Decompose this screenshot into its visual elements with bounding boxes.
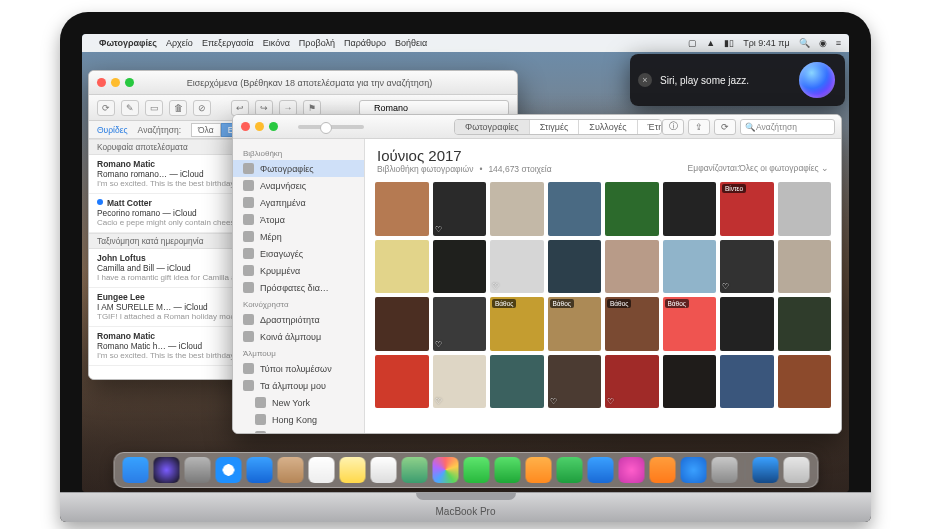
photos-titlebar[interactable]: Φωτογραφίες Στιγμές Συλλογές Έτη ⓘ ⇪ ⟳ 🔍… [233,115,841,139]
photo-thumbnail[interactable] [663,240,717,294]
photo-thumbnail[interactable]: Βάθος [548,297,602,351]
photo-thumbnail[interactable]: ♡ [548,355,602,409]
photo-thumbnail[interactable]: Βάθος [490,297,544,351]
dock-app-launchpad[interactable] [184,457,210,483]
sidebar-item[interactable]: Αναμνήσεις [233,177,364,194]
photo-thumbnail[interactable]: ♡ [433,355,487,409]
junk-button[interactable]: ⊘ [193,100,211,116]
spotlight-icon[interactable]: 🔍 [799,38,810,48]
dock-app-facetime[interactable] [494,457,520,483]
siri-menubar-icon[interactable]: ◉ [819,38,827,48]
dock-app-messages[interactable] [463,457,489,483]
photo-thumbnail[interactable] [778,297,832,351]
dock-app-appstore[interactable] [680,457,706,483]
dock-app-finder[interactable] [122,457,148,483]
dock-app-safari[interactable] [215,457,241,483]
sidebar-item[interactable]: Φωτογραφίες [233,160,364,177]
sidebar-item[interactable]: Κοινά άλμπουμ [233,328,364,345]
photo-thumbnail[interactable] [663,355,717,409]
sidebar-item[interactable]: Εισαγωγές [233,245,364,262]
photos-sidebar[interactable]: Βιβλιοθήκη ΦωτογραφίεςΑναμνήσειςΑγαπημέν… [233,139,365,433]
zoom-slider[interactable] [298,125,364,129]
photo-thumbnail[interactable] [778,182,832,236]
sidebar-item[interactable]: Πρόσφατες δια… [233,279,364,296]
siri-orb-icon[interactable] [799,62,835,98]
zoom-button[interactable] [125,78,134,87]
photo-thumbnail[interactable]: ♡ [490,240,544,294]
dock-app-keynote[interactable] [587,457,613,483]
mailboxes-button[interactable]: Θυρίδες [97,125,128,135]
photo-thumbnail[interactable] [605,182,659,236]
close-button[interactable] [97,78,106,87]
tab-moments[interactable]: Στιγμές [530,120,580,134]
notification-center-icon[interactable]: ≡ [836,38,841,48]
dock-app-itunes[interactable] [618,457,644,483]
dock-downloads[interactable] [752,457,778,483]
mail-titlebar[interactable]: Εισερχόμενα (Βρέθηκαν 18 αποτελέσματα γι… [89,71,517,95]
share-button[interactable]: ⇪ [688,119,710,135]
dock-app-notes[interactable] [339,457,365,483]
sidebar-item[interactable]: Δραστηριότητα [233,311,364,328]
zoom-button[interactable] [269,122,278,131]
battery-icon[interactable]: ▮▯ [724,38,734,48]
menu-help[interactable]: Βοήθεια [395,38,427,48]
photo-thumbnail[interactable] [375,240,429,294]
siri-close-button[interactable]: × [638,73,652,87]
photos-search[interactable]: 🔍 Αναζήτηση [740,119,835,135]
menu-view[interactable]: Προβολή [299,38,335,48]
sidebar-item[interactable]: Κρυμμένα [233,262,364,279]
photo-thumbnail[interactable] [548,182,602,236]
menu-window[interactable]: Παράθυρο [344,38,386,48]
minimize-button[interactable] [111,78,120,87]
photo-thumbnail[interactable] [720,355,774,409]
dock-app-photos[interactable] [432,457,458,483]
tab-photos[interactable]: Φωτογραφίες [455,120,530,134]
dock-app-siri[interactable] [153,457,179,483]
archive-button[interactable]: ▭ [145,100,163,116]
photo-thumbnail[interactable]: Βίντεο [720,182,774,236]
sidebar-item[interactable]: Αγαπημένα [233,194,364,211]
photo-thumbnail[interactable]: ♡ [433,182,487,236]
photo-thumbnail[interactable] [490,182,544,236]
photo-thumbnail[interactable] [375,355,429,409]
dock-app-reminders[interactable] [370,457,396,483]
sidebar-item[interactable]: Άτομα [233,211,364,228]
photo-thumbnail[interactable]: Βάθος [605,297,659,351]
delete-button[interactable]: 🗑 [169,100,187,116]
sidebar-item[interactable]: Great Shots [233,428,364,433]
sidebar-item[interactable]: New York [233,394,364,411]
rotate-button[interactable]: ⟳ [714,119,736,135]
dock-app-numbers[interactable] [556,457,582,483]
wifi-icon[interactable]: ▲ [706,38,715,48]
photo-thumbnail[interactable]: ♡ [433,297,487,351]
sidebar-item[interactable]: Hong Kong [233,411,364,428]
photo-thumbnail[interactable] [720,297,774,351]
photo-thumbnail[interactable]: Βάθος [663,297,717,351]
menu-edit[interactable]: Επεξεργασία [202,38,254,48]
dock-app-contacts[interactable] [277,457,303,483]
close-button[interactable] [241,122,250,131]
dock[interactable] [113,452,818,488]
dock-app-preferences[interactable] [711,457,737,483]
showing-filter[interactable]: Εμφανίζονται:Όλες οι φωτογραφίες ⌄ [688,163,829,173]
photo-thumbnail[interactable] [490,355,544,409]
photo-thumbnail[interactable]: ♡ [605,355,659,409]
photo-thumbnail[interactable] [778,240,832,294]
photo-thumbnail[interactable] [375,182,429,236]
view-segment[interactable]: Φωτογραφίες Στιγμές Συλλογές Έτη [454,119,662,135]
photo-thumbnail[interactable] [663,182,717,236]
get-mail-button[interactable]: ⟳ [97,100,115,116]
sidebar-item[interactable]: Τύποι πολυμέσων [233,360,364,377]
dock-trash[interactable] [783,457,809,483]
scope-all[interactable]: Όλα [191,123,221,137]
photo-thumbnail[interactable] [778,355,832,409]
photo-thumbnail[interactable] [605,240,659,294]
app-menu[interactable]: Φωτογραφίες [99,38,157,48]
sidebar-item[interactable]: Τα άλμπουμ μου [233,377,364,394]
dock-app-mail[interactable] [246,457,272,483]
dock-app-maps[interactable] [401,457,427,483]
photo-thumbnail[interactable] [375,297,429,351]
photo-thumbnail[interactable]: ♡ [720,240,774,294]
photo-thumbnail[interactable] [433,240,487,294]
dock-app-ibooks[interactable] [649,457,675,483]
